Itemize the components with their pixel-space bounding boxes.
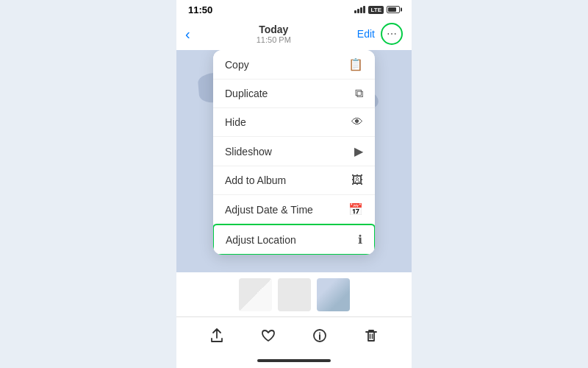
nav-bar: ‹ Today 11:50 PM Edit ⋯ bbox=[176, 18, 412, 50]
bar2 bbox=[357, 9, 359, 13]
nav-title-text: Today bbox=[257, 24, 291, 35]
photo-area: 📍 Copy 📋 Duplicate ⧉ Hide 👁 Slideshow ▶ … bbox=[176, 50, 412, 272]
status-time: 11:50 bbox=[188, 4, 212, 15]
menu-adjust-date-label: Adjust Date & Time bbox=[225, 204, 313, 216]
thumbnail-2[interactable] bbox=[278, 278, 311, 311]
info-button[interactable] bbox=[306, 322, 333, 349]
menu-adjust-location-label: Adjust Location bbox=[226, 234, 296, 246]
thumbnail-3[interactable] bbox=[317, 278, 350, 311]
menu-item-duplicate[interactable]: Duplicate ⧉ bbox=[213, 79, 375, 108]
menu-add-album-label: Add to Album bbox=[225, 174, 286, 186]
nav-title: Today 11:50 PM bbox=[257, 24, 291, 44]
favorite-button[interactable] bbox=[255, 322, 282, 349]
menu-hide-label: Hide bbox=[225, 116, 246, 128]
status-bar: 11:50 LTE bbox=[176, 0, 412, 18]
thumbnail-strip bbox=[176, 272, 412, 316]
menu-item-add-album[interactable]: Add to Album 🖼 bbox=[213, 166, 375, 195]
copy-icon: 📋 bbox=[348, 57, 363, 71]
slideshow-icon: ▶ bbox=[354, 144, 363, 158]
menu-item-slideshow[interactable]: Slideshow ▶ bbox=[213, 137, 375, 166]
share-circle-button[interactable]: ⋯ bbox=[381, 23, 403, 45]
bar4 bbox=[363, 6, 365, 13]
nav-subtitle-text: 11:50 PM bbox=[257, 35, 291, 44]
battery-fill bbox=[388, 7, 396, 12]
phone-frame: 11:50 LTE ‹ Today 11:50 PM Edit ⋯ bbox=[176, 0, 412, 368]
heart-icon bbox=[260, 328, 276, 344]
menu-slideshow-label: Slideshow bbox=[225, 146, 272, 158]
back-button[interactable]: ‹ bbox=[185, 26, 190, 43]
signal-bars-icon bbox=[354, 6, 365, 13]
thumbnail-1[interactable] bbox=[239, 278, 272, 311]
edit-button[interactable]: Edit bbox=[357, 28, 375, 40]
status-icons: LTE bbox=[354, 6, 400, 14]
home-indicator bbox=[176, 353, 412, 368]
menu-item-adjust-location[interactable]: Adjust Location ℹ bbox=[213, 224, 375, 255]
add-album-icon: 🖼 bbox=[351, 174, 363, 187]
battery-icon bbox=[387, 6, 400, 13]
share-button[interactable] bbox=[204, 322, 230, 349]
delete-button[interactable] bbox=[358, 322, 384, 349]
menu-copy-label: Copy bbox=[225, 59, 249, 71]
adjust-date-icon: 📅 bbox=[348, 202, 363, 216]
bar1 bbox=[354, 10, 356, 13]
hide-icon: 👁 bbox=[351, 116, 363, 129]
menu-item-copy[interactable]: Copy 📋 bbox=[213, 50, 375, 79]
info-icon bbox=[312, 328, 328, 344]
menu-duplicate-label: Duplicate bbox=[225, 88, 268, 99]
share-icon bbox=[209, 328, 225, 344]
adjust-location-icon: ℹ bbox=[358, 233, 362, 247]
home-bar bbox=[257, 359, 331, 362]
duplicate-icon: ⧉ bbox=[355, 87, 363, 100]
menu-item-hide[interactable]: Hide 👁 bbox=[213, 108, 375, 137]
context-menu: Copy 📋 Duplicate ⧉ Hide 👁 Slideshow ▶ Ad… bbox=[213, 50, 375, 255]
bottom-toolbar bbox=[176, 316, 412, 353]
lte-badge: LTE bbox=[368, 6, 384, 14]
bar3 bbox=[360, 7, 362, 13]
trash-icon bbox=[363, 328, 379, 344]
svg-point-2 bbox=[319, 332, 320, 333]
nav-right: Edit ⋯ bbox=[357, 23, 403, 45]
menu-item-adjust-date[interactable]: Adjust Date & Time 📅 bbox=[213, 195, 375, 224]
